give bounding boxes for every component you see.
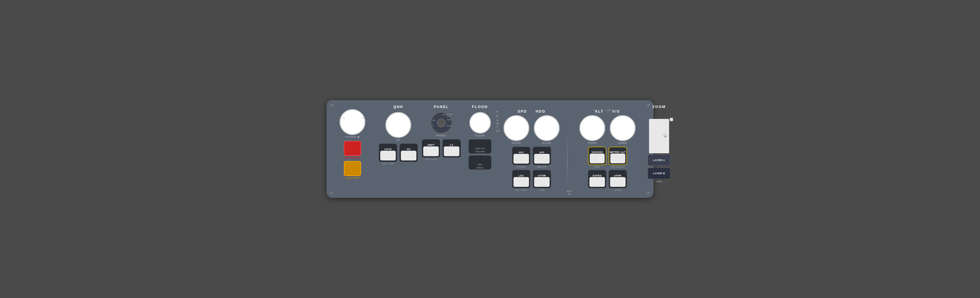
spd-knob[interactable] (503, 115, 529, 141)
exped-btn-wrap: EXPED (588, 170, 606, 191)
flood-btn-group: HDG V/S TRK FPA SPD MACH (469, 139, 492, 170)
exped-inner (589, 177, 605, 187)
in-hg-label: in Hg (340, 117, 345, 119)
hdg-title: HDG (536, 109, 546, 113)
panel-rotary[interactable]: ROSE NAV ARC PLAN VOR LS (431, 112, 452, 134)
spd-knob-container: INTEG (503, 115, 529, 144)
section-alt-vs: ALT V/S 100 1000 OVHD DOME (573, 103, 642, 195)
main-layout: in Hg hPa PDF/MDF WARNING CAUTION QNH (327, 100, 653, 198)
loc-btn-wrap: LOC RWY TURN (512, 170, 530, 191)
section-warning: in Hg hPa PDF/MDF WARNING CAUTION (328, 103, 377, 195)
ap-knob[interactable] (385, 112, 411, 138)
vs-knob[interactable] (610, 115, 636, 141)
layer-b-button[interactable]: LAYER B (648, 167, 671, 179)
hdg-knob[interactable] (534, 115, 560, 141)
scale-1000: 1000 (607, 109, 611, 111)
time-label: TIME (655, 180, 662, 183)
loc-button[interactable]: LOC (512, 170, 530, 188)
zoom-display: ✈ (649, 119, 669, 153)
ap-label: AP (396, 139, 400, 141)
ecam-label: ECAM (542, 142, 551, 144)
warning-label: WARNING (344, 156, 361, 159)
cstr-label: CSTR (384, 147, 392, 151)
hdgvs-btn-wrap: HDG V/S TRK FPA (469, 139, 492, 154)
ext-lt-label: EXT LT (567, 190, 572, 195)
arrow-left: ← (539, 185, 542, 187)
spd-hdg-knobs: INTEG ECAM (503, 115, 560, 144)
panel-knob-label: PANEL (436, 134, 446, 137)
pdf-arrow-icon (358, 136, 360, 138)
pdf-mdf-label: PDF/MDF (345, 135, 360, 138)
main-knob[interactable] (340, 109, 365, 135)
athr-button[interactable]: A/THR ← → (533, 170, 551, 188)
alt-vs-knobs: OVHD DOME (579, 115, 636, 144)
ovhd-label: OVHD (588, 142, 597, 144)
loc-inner (514, 177, 529, 187)
nav-label: NAV (447, 115, 450, 117)
ap2-inner (534, 154, 550, 164)
arc-label: ARC (447, 119, 451, 121)
metric-sublabel: NAV & LOGO (611, 166, 625, 168)
warning-button[interactable] (344, 141, 361, 156)
spd-mach-label: SPD MACH (476, 161, 484, 169)
ap2-sublabel: BEACON (537, 166, 546, 168)
nav-arrow (447, 114, 453, 115)
hpa-label: hPa (361, 117, 365, 119)
section-spd-hdg: SPD HDG INTEG ECAM AP1 (497, 103, 566, 195)
ap1-button[interactable]: AP1 (512, 147, 530, 165)
fcu-panel: in Hg hPa PDF/MDF WARNING CAUTION QNH (327, 100, 653, 198)
hdg-vs-button[interactable]: HDG V/S TRK FPA (469, 139, 492, 154)
warning-section: WARNING CAUTION (344, 141, 361, 179)
cstr-button[interactable]: CSTR (379, 143, 397, 162)
ap1-label: AP1 (518, 150, 524, 154)
section-panel: PANEL ROSE NAV ARC PLAN VOR LS PANEL (420, 103, 463, 195)
hdg-knob-container: ECAM (534, 115, 560, 144)
metric-inner (610, 154, 625, 163)
cstr-sublabel: ADF 1 VOR (382, 163, 394, 165)
ls-inner (444, 147, 459, 156)
arpt-inner (423, 147, 439, 156)
fd-button[interactable]: FD (399, 143, 418, 162)
alt-vs-btn-row1: 100/1000 WING METRIC ALT NAV & LOGO (588, 147, 627, 168)
wing-inner (590, 154, 605, 163)
appr-button[interactable]: APPR (609, 170, 627, 188)
spd-hdg-btn-row2: LOC RWY TURN A/THR ← → L (512, 170, 551, 191)
appr-inner (610, 177, 625, 187)
arrow-right: → (542, 185, 544, 187)
panel-title: PANEL (434, 105, 449, 109)
arpt-button[interactable]: ARPT (422, 139, 440, 158)
ls-button[interactable]: LS (442, 139, 461, 158)
metric-alt-button[interactable]: METRIC ALT (609, 147, 627, 165)
zoom-side-button[interactable] (670, 118, 673, 121)
wing-button[interactable]: 100/1000 (588, 147, 606, 165)
qnh-btn-group: CSTR ADF 1 VOR FD (379, 143, 418, 165)
qnh-knob-container: in Hg hPa (340, 109, 365, 135)
loc-sublabel: RWY TURN (515, 189, 528, 191)
ap2-button[interactable]: AP2 (533, 147, 551, 165)
alt-vs-btn-row2: EXPED APPR NOSE (588, 170, 627, 191)
layer-a-button[interactable]: LAYER A (648, 155, 671, 166)
arpt-btn-wrap: ARPT ADF 2 VOR (422, 139, 440, 161)
plan-label: PLAN (447, 125, 451, 127)
caution-button[interactable] (344, 161, 361, 176)
dome-label: DOME (618, 142, 627, 144)
flood-knob[interactable] (469, 112, 491, 134)
fd-btn-wrap: FD (399, 143, 418, 165)
plane-icon: ✈ (661, 133, 669, 139)
athr-label: A/THR (537, 173, 546, 177)
alt-knob-container: OVHD (579, 115, 605, 144)
zoom-area: ✈ (649, 112, 669, 153)
flood-container: 40 80 20 160 10 320 (469, 112, 491, 134)
athr-sublabel: LAND (539, 189, 545, 191)
arpt-label: ARPT (427, 143, 435, 147)
alt-knob[interactable] (579, 115, 605, 141)
appr-label: APPR (614, 173, 622, 177)
athr-btn-wrap: A/THR ← → LAND (533, 170, 551, 191)
spd-title: SPD (517, 109, 527, 113)
loc-label: LOC (518, 173, 524, 177)
exped-button[interactable]: EXPED (588, 170, 606, 188)
spd-mach-button[interactable]: SPD MACH (469, 155, 492, 170)
arpt-sublabel: ADF 2 VOR (425, 158, 437, 161)
alt-scales: 100 1000 (593, 109, 611, 111)
scale-100: 100 (593, 109, 597, 111)
